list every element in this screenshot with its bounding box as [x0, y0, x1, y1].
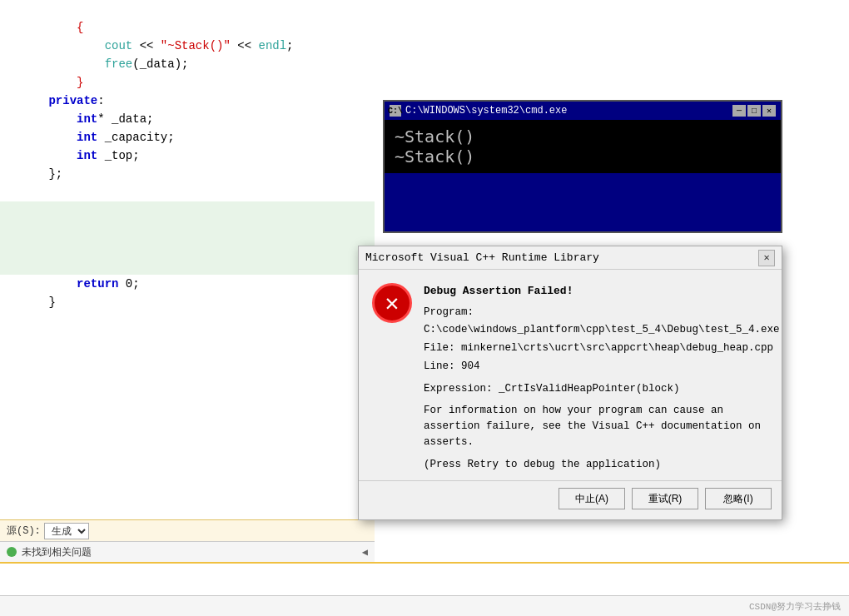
cmd-line-1: ~Stack() — [395, 127, 771, 147]
program-path: C:\code\windows_plantform\cpp\test_5_4\D… — [424, 322, 780, 338]
error-icon: ✕ — [372, 283, 412, 323]
cmd-line-2: ~Stack() — [395, 147, 771, 166]
code-line-6: int* _data; — [0, 92, 375, 110]
dialog-close-button[interactable]: ✕ — [758, 250, 775, 266]
abort-button[interactable]: 中止(A) — [559, 488, 625, 509]
ignore-button[interactable]: 忽略(I) — [705, 488, 772, 509]
code-line-8: int _top; — [0, 128, 375, 147]
error-dialog: Microsoft Visual C++ Runtime Library ✕ ✕… — [358, 246, 782, 520]
code-line-13: Stack s1(4); — [0, 220, 375, 238]
code-line-12: { — [0, 201, 375, 220]
dialog-title: Microsoft Visual C++ Runtime Library — [365, 251, 599, 264]
code-line-4: } — [0, 55, 375, 73]
assert-title: Debug Assertion Failed! — [424, 283, 780, 300]
cmd-maximize-btn[interactable]: □ — [747, 105, 761, 117]
status-green-dot — [7, 547, 17, 557]
cmd-close-btn[interactable]: ✕ — [762, 105, 776, 117]
code-line-5: private: — [0, 73, 375, 92]
collapse-arrow[interactable]: ◀ — [362, 546, 368, 559]
line-label: Line: 904 — [424, 359, 780, 375]
code-line-10 — [0, 165, 375, 183]
file-label: File: minkernel\crts\ucrt\src\appcrt\hea… — [424, 340, 780, 356]
no-issues-text: 未找到相关问题 — [22, 545, 92, 559]
dialog-buttons: 中止(A) 重试(R) 忽略(I) — [359, 480, 782, 519]
code-line-1: { — [0, 0, 375, 18]
cmd-titlebar: C:\ C:\WINDOWS\system32\cmd.exe ─ □ ✕ — [385, 102, 781, 120]
expression-label: Expression: _CrtIsValidHeapPointer(block… — [424, 381, 780, 397]
source-label: 源(S): — [7, 524, 41, 538]
watermark: CSDN@努力学习去挣钱 — [749, 600, 841, 613]
program-label: Program: — [424, 305, 780, 320]
code-line-15: return 0; — [0, 256, 375, 275]
source-dropdown[interactable]: 生成 — [44, 523, 89, 539]
dialog-body: ✕ Debug Assertion Failed! Program: C:\co… — [359, 270, 782, 480]
retry-button[interactable]: 重试(R) — [632, 488, 698, 509]
dialog-text: Debug Assertion Failed! Program: C:\code… — [424, 283, 780, 472]
cmd-icon: C:\ — [390, 105, 401, 117]
code-line-7: int _capacity; — [0, 110, 375, 128]
code-line-16: } — [0, 275, 375, 293]
cmd-content: ~Stack() ~Stack() — [385, 120, 781, 173]
dialog-titlebar: Microsoft Visual C++ Runtime Library ✕ — [359, 246, 782, 270]
code-line-9: }; — [0, 147, 375, 165]
code-area: { cout << "~Stack()" << endl; free(_data… — [0, 0, 375, 466]
cmd-window: C:\ C:\WINDOWS\system32\cmd.exe ─ □ ✕ ~S… — [383, 100, 782, 233]
code-line-3: free(_data); — [0, 37, 375, 55]
cmd-title: C:\WINDOWS\system32\cmd.exe — [405, 105, 567, 117]
status-bar: CSDN@努力学习去挣钱 — [0, 595, 849, 616]
info-text: For information on how your program can … — [424, 403, 780, 450]
press-text: (Press Retry to debug the application) — [424, 457, 780, 473]
code-line-14: Stack s2 = s1; — [0, 238, 375, 256]
cmd-minimize-btn[interactable]: ─ — [732, 105, 746, 117]
code-line-11: ▸int main() — [0, 183, 375, 201]
code-line-2: cout << "~Stack()" << endl; — [0, 18, 375, 37]
